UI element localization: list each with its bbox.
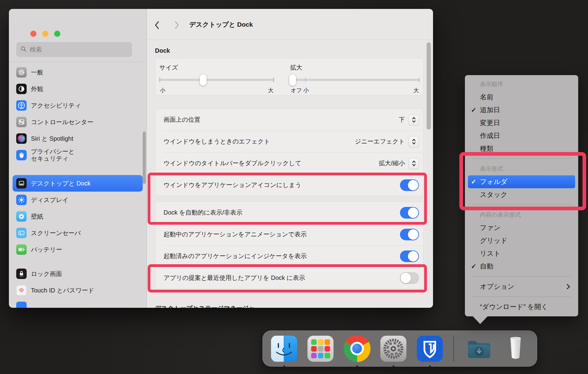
sidebar-list: 一般 外観 アクセシビリティ コントロールセンター — [13, 62, 143, 308]
row-minimize-effect: ウインドウをしまうときのエフェクト ジニーエフェクト — [155, 131, 423, 152]
menu-item-kind[interactable]: 種類 — [468, 142, 575, 155]
main-pane: デスクトップと Dock Dock サイズ 小 大 拡 — [147, 9, 433, 308]
next-section-title: デスクトップとステージマネージャ — [155, 304, 424, 308]
magnify-slider-tick — [305, 78, 306, 82]
dock-app-finder[interactable] — [270, 334, 298, 363]
menu-item-fan[interactable]: ファン — [468, 221, 575, 234]
minimize-effect-stepper[interactable] — [409, 136, 419, 147]
menu-item-name[interactable]: 名前 — [468, 91, 575, 104]
size-slider-track[interactable] — [159, 79, 274, 81]
menu-separator — [472, 296, 571, 297]
suggested-recent-apps-toggle[interactable] — [400, 272, 419, 284]
dock-app-trash[interactable] — [501, 334, 530, 363]
sidebar-item-partial[interactable] — [13, 299, 143, 308]
downloads-folder-icon — [465, 334, 493, 363]
checkmark-icon: ✓ — [471, 263, 477, 270]
sidebar-item-battery[interactable]: バッテリー — [13, 241, 143, 258]
row-double-click-titlebar: ウインドウのタイトルバーをダブルクリックして 拡大/縮小 — [155, 152, 423, 174]
launchpad-icon — [306, 334, 335, 363]
dock-app-launchpad[interactable] — [306, 334, 335, 363]
auto-hide-dock-toggle[interactable] — [400, 207, 419, 219]
battery-icon — [16, 244, 27, 255]
sidebar-item-display[interactable]: ディスプレイ — [13, 192, 143, 208]
dock-options-group-2: Dock を自動的に表示/非表示 起動中のアプリケーションをアニメーションで表示… — [155, 201, 424, 289]
menu-separator — [472, 276, 571, 277]
menu-item-automatic[interactable]: ✓ 自動 — [468, 260, 575, 273]
traffic-lights — [30, 31, 60, 37]
finder-icon — [270, 334, 298, 363]
row-animate-opening: 起動中のアプリケーションをアニメーションで表示 — [155, 223, 423, 245]
running-indicator — [393, 365, 394, 367]
sidebar-item-screensaver[interactable]: スクリーンセーバ — [13, 225, 143, 241]
menu-item-date-created[interactable]: 作成日 — [468, 129, 575, 142]
page-title: デスクトップと Dock — [189, 9, 253, 40]
system-settings-icon — [379, 334, 408, 363]
menu-header-display-as: 表示形式 — [465, 162, 578, 175]
dock-options-group-1: 画面上の位置 下 ウインドウをしまうときのエフェクト ジニーエフェクト ウインド… — [155, 109, 424, 196]
double-click-stepper[interactable] — [409, 158, 419, 169]
menu-item-date-added[interactable]: ✓ 追加日 — [468, 104, 575, 116]
privacy-hand-icon — [16, 150, 27, 160]
touch-id-icon — [16, 285, 27, 296]
magnify-slider-label: 拡大 — [290, 63, 420, 72]
zoom-button[interactable] — [54, 31, 60, 37]
menu-item-stack[interactable]: スタック — [468, 188, 575, 201]
menu-item-options[interactable]: オプション — [468, 280, 575, 293]
menu-item-list[interactable]: リスト — [468, 247, 575, 260]
sidebar-item-touch-id[interactable]: Touch ID とパスワード — [13, 282, 143, 299]
search-input[interactable]: 検索 — [16, 42, 132, 57]
minimize-into-app-icon-toggle[interactable] — [400, 179, 419, 191]
partial-hidden-icon — [16, 302, 27, 308]
size-slider-thumb[interactable] — [200, 74, 207, 86]
dock-app-downloads-folder[interactable] — [465, 334, 493, 363]
animate-opening-toggle[interactable] — [400, 229, 419, 240]
menu-item-date-modified[interactable]: 変更日 — [468, 116, 575, 129]
main-scrollbar[interactable] — [427, 42, 431, 130]
menu-separator — [472, 204, 571, 205]
sidebar-item-siri-spotlight[interactable]: Siri と Spotlight — [13, 130, 143, 147]
row-indicators-for-open-apps: 起動済みのアプリケーションにインジケータを表示 — [155, 245, 423, 267]
dock-app-system-settings[interactable] — [379, 334, 408, 363]
row-position-on-screen: 画面上の位置 下 — [155, 109, 423, 131]
size-slider[interactable] — [159, 74, 274, 86]
search-placeholder: 検索 — [30, 45, 42, 54]
sidebar-item-privacy-security[interactable]: プライバシーと セキュリティ — [13, 147, 143, 163]
back-button[interactable] — [152, 20, 162, 30]
sidebar-scrollbar[interactable] — [143, 132, 146, 184]
menu-header-view-content-as: 内容の表示形式 — [465, 208, 578, 221]
checkmark-icon: ✓ — [471, 178, 477, 185]
magnify-slider-thumb[interactable] — [289, 74, 296, 86]
sidebar-item-wallpaper[interactable]: 壁紙 — [13, 208, 143, 225]
indicators-toggle[interactable] — [400, 250, 419, 262]
dock-app-chrome[interactable] — [343, 334, 371, 363]
checkmark-icon: ✓ — [471, 106, 477, 114]
sidebar-item-lock-screen[interactable]: ロック画面 — [13, 265, 143, 282]
minimize-button[interactable] — [42, 31, 48, 37]
position-stepper[interactable] — [409, 114, 419, 125]
minimize-effect-value: ジニーエフェクト — [355, 137, 405, 146]
sidebar-item-control-center[interactable]: コントロールセンター — [13, 114, 143, 130]
lock-icon — [16, 269, 27, 279]
chrome-icon — [344, 335, 371, 362]
sidebar-item-general[interactable]: 一般 — [13, 64, 143, 81]
sidebar-item-appearance[interactable]: 外観 — [13, 81, 143, 97]
sidebar-item-desktop-dock[interactable]: デスクトップと Dock — [13, 175, 143, 192]
dock-app-bitwarden[interactable] — [416, 334, 444, 363]
magnify-slider[interactable] — [290, 74, 420, 86]
menu-item-open-downloads[interactable]: “ダウンロード” を開く — [468, 300, 575, 313]
menu-item-folder[interactable]: ✓ フォルダ — [468, 175, 575, 188]
forward-button[interactable] — [172, 20, 182, 30]
wallpaper-flower-icon — [16, 211, 27, 222]
running-indicator — [356, 365, 358, 367]
trash-icon — [501, 334, 530, 363]
magnify-slider-track[interactable] — [290, 79, 420, 81]
sidebar-item-accessibility[interactable]: アクセシビリティ — [13, 97, 143, 114]
close-button[interactable] — [30, 31, 36, 37]
magnify-slider-scale: オフ 小 大 — [290, 87, 420, 94]
submenu-chevron-icon — [566, 284, 570, 290]
double-click-value: 拡大/縮小 — [379, 159, 405, 167]
main-header: デスクトップと Dock — [147, 9, 433, 40]
settings-content: Dock サイズ 小 大 拡大 — [147, 40, 433, 308]
menu-item-grid[interactable]: グリッド — [468, 234, 575, 247]
menu-pointer-tail — [473, 316, 488, 324]
